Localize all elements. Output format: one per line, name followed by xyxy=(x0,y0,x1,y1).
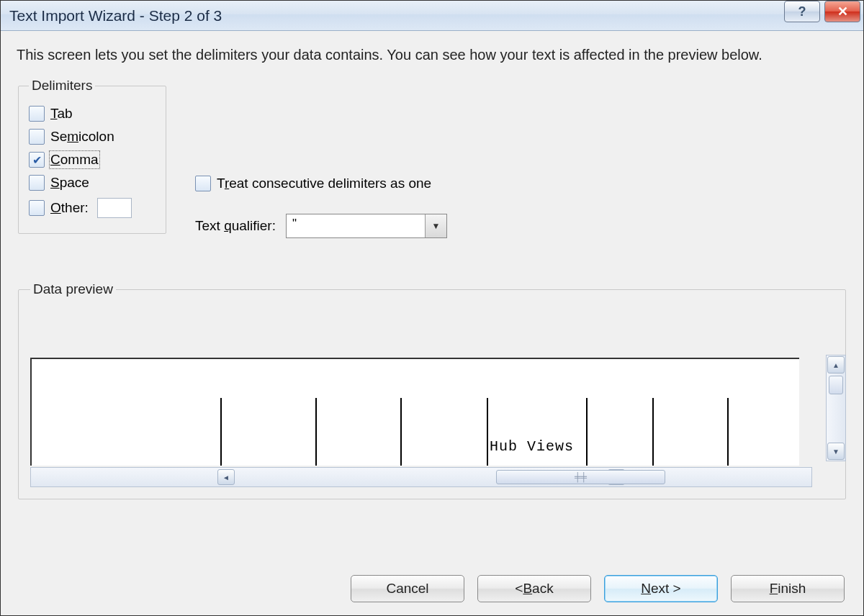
treat-consecutive-row[interactable]: Treat consecutive delimiters as one xyxy=(195,172,447,195)
checkbox-treat-consecutive[interactable] xyxy=(195,176,211,191)
label-other: Other: xyxy=(50,200,89,216)
label-semicolon: Semicolon xyxy=(50,129,114,145)
preview-horizontal-scrollbar[interactable]: ◄ ╪╪ ► xyxy=(30,467,812,487)
cancel-button[interactable]: Cancel xyxy=(351,575,464,602)
delimiters-group: Delimiters Tab Semicolon Comma Space Oth… xyxy=(18,78,166,234)
dialog-content: This screen lets you set the delimiters … xyxy=(1,31,863,615)
delimiter-space-row[interactable]: Space xyxy=(29,171,156,194)
delimiters-legend: Delimiters xyxy=(29,78,95,94)
delimiter-other-row[interactable]: Other: xyxy=(29,194,156,222)
text-qualifier-value[interactable]: " xyxy=(287,214,425,237)
scroll-thumb[interactable] xyxy=(829,376,843,394)
label-tab: Tab xyxy=(50,106,73,122)
window-title: Text Import Wizard - Step 2 of 3 xyxy=(9,7,222,24)
help-button[interactable]: ? xyxy=(784,1,820,22)
text-qualifier-combo[interactable]: " ▼ xyxy=(286,214,447,238)
titlebar: Text Import Wizard - Step 2 of 3 ? ✕ xyxy=(1,1,863,31)
back-button[interactable]: < Back xyxy=(477,575,591,602)
delimiter-tab-row[interactable]: Tab xyxy=(29,102,156,125)
delimiter-semicolon-row[interactable]: Semicolon xyxy=(29,125,156,148)
preview-vertical-scrollbar[interactable]: ▲ ▼ xyxy=(826,355,846,461)
label-comma: Comma xyxy=(50,152,99,168)
delimiter-options: Treat consecutive delimiters as one Text… xyxy=(195,172,447,238)
data-preview-group: Data preview rver 2003 and 2008 Status P… xyxy=(18,281,846,499)
next-button[interactable]: Next > xyxy=(604,575,718,602)
checkbox-comma[interactable] xyxy=(29,152,45,168)
text-qualifier-label: Text qualifier: xyxy=(195,218,276,234)
dropdown-icon[interactable]: ▼ xyxy=(425,214,446,237)
button-bar: Cancel < Back Next > Finish xyxy=(351,575,845,602)
checkbox-other[interactable] xyxy=(29,200,45,216)
delimiter-comma-row[interactable]: Comma xyxy=(29,148,156,171)
scroll-thumb[interactable]: ╪╪ xyxy=(496,470,665,484)
checkbox-space[interactable] xyxy=(29,175,45,191)
finish-button[interactable]: Finish xyxy=(731,575,845,602)
checkbox-semicolon[interactable] xyxy=(29,129,45,145)
scroll-down-icon[interactable]: ▼ xyxy=(827,443,845,460)
label-space: Space xyxy=(50,175,89,191)
other-delimiter-input[interactable] xyxy=(97,198,132,218)
scroll-up-icon[interactable]: ▲ xyxy=(827,356,845,373)
intro-text: This screen lets you set the delimiters … xyxy=(17,45,847,65)
close-button[interactable]: ✕ xyxy=(824,1,860,22)
checkbox-tab[interactable] xyxy=(29,106,45,122)
data-preview-legend: Data preview xyxy=(30,281,116,297)
preview-header-cell: Hub Views xyxy=(490,437,583,456)
scroll-left-icon[interactable]: ◄ xyxy=(217,469,235,485)
preview-header-cell xyxy=(33,437,217,456)
label-treat-consecutive: Treat consecutive delimiters as one xyxy=(217,176,431,191)
data-preview-grid: rver 2003 and 2008 Status Published Publ… xyxy=(30,358,799,466)
